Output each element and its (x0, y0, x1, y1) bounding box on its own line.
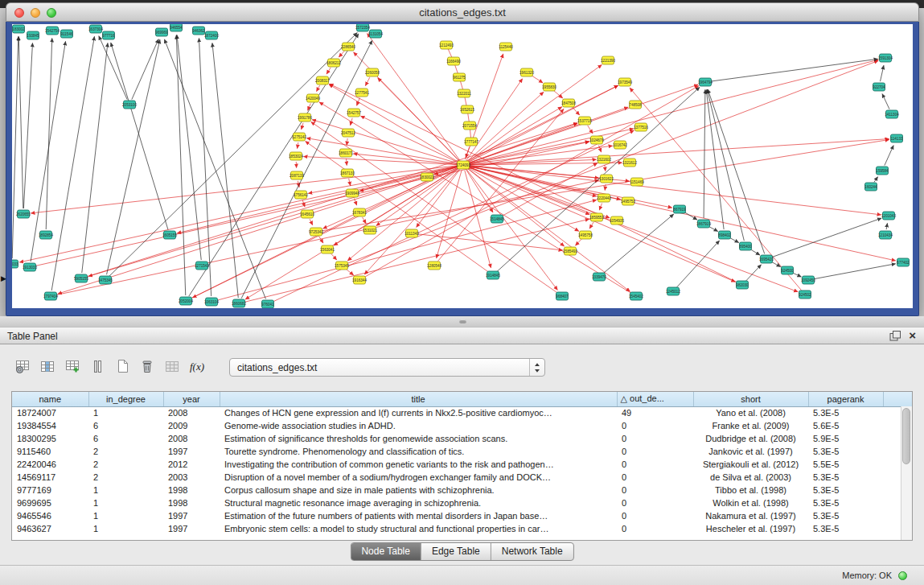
cell[interactable]: 1 (88, 484, 163, 496)
graph-node[interactable]: 1321612 (622, 159, 637, 167)
column-header-in_degree[interactable]: in_degree (88, 392, 163, 406)
cell[interactable]: 1 (88, 496, 163, 509)
graph-edge[interactable] (469, 139, 889, 165)
graph-node[interactable]: 159584 (876, 167, 889, 175)
graph-node[interactable]: 1964794 (698, 78, 713, 86)
graph-edge[interactable] (792, 273, 801, 277)
graph-node[interactable]: 1245012 (666, 287, 680, 295)
cell[interactable]: 1 (88, 509, 163, 522)
cell[interactable]: 6 (88, 419, 163, 432)
graph-edge[interactable] (677, 241, 720, 287)
graph-edge[interactable] (298, 142, 298, 149)
graph-node[interactable]: 913033 (12, 260, 18, 268)
graph-node[interactable]: 1847508 (561, 99, 576, 107)
graph-edge[interactable] (212, 43, 238, 298)
graph-node[interactable]: 1495753 (621, 197, 635, 205)
graph-edge[interactable] (346, 269, 353, 275)
cell[interactable]: 9465546 (12, 509, 88, 522)
graph-node[interactable]: 1652615 (460, 105, 474, 113)
graph-node[interactable]: 982030 (736, 281, 749, 289)
tab-node-table[interactable]: Node Table (351, 543, 421, 560)
graph-edge[interactable] (466, 79, 523, 160)
graph-node[interactable]: 946362 (192, 27, 205, 35)
graph-edge[interactable] (630, 88, 801, 290)
graph-node[interactable]: 1860682 (232, 299, 246, 307)
graph-node[interactable]: 1806212 (326, 59, 341, 67)
graph-node[interactable]: 1024678 (589, 136, 604, 144)
graph-edge[interactable] (882, 94, 889, 109)
graph-edge[interactable] (750, 249, 760, 255)
cell[interactable]: Franke et al. (2009) (693, 419, 808, 432)
graph-node[interactable]: 1545402 (629, 292, 643, 300)
graph-node[interactable]: 1991786 (298, 113, 312, 122)
cell[interactable]: 18300295 (12, 432, 88, 445)
tab-edge-table[interactable]: Edge Table (421, 543, 491, 560)
graph-node[interactable]: 1575345 (335, 262, 349, 270)
graph-node[interactable]: 1151469 (630, 178, 644, 186)
graph-edge[interactable] (12, 36, 18, 258)
cell[interactable]: 0 (617, 419, 693, 432)
graph-node[interactable]: 1542757 (347, 109, 361, 117)
graph-edge[interactable] (331, 253, 337, 260)
graph-node[interactable]: 2220443 (597, 194, 611, 202)
delete-icon[interactable] (138, 356, 157, 376)
graph-node[interactable]: 1063104 (204, 298, 219, 306)
window-titlebar[interactable]: citations_edges.txt (6, 2, 919, 22)
graph-node[interactable]: 1797404 (43, 292, 58, 300)
cell[interactable]: 49 (617, 406, 693, 419)
graph-node[interactable]: 1377516 (634, 123, 648, 131)
network-graph-svg[interactable]: 1724093121249311664909612751322011165261… (12, 24, 913, 308)
graph-edge[interactable] (273, 130, 634, 302)
graph-node[interactable]: 1830022 (420, 173, 434, 181)
graph-edge[interactable] (310, 219, 313, 225)
column-header-short[interactable]: short (693, 392, 808, 406)
cell[interactable]: 9777169 (12, 484, 88, 496)
cell[interactable]: 0 (617, 471, 693, 484)
graph-edge[interactable] (349, 179, 351, 186)
cell[interactable]: 0 (617, 484, 693, 496)
float-panel-icon[interactable] (889, 331, 901, 341)
combo-stepper-icon[interactable] (529, 359, 544, 376)
graph-node[interactable]: 1011343 (405, 229, 419, 237)
tab-network-table[interactable]: Network Table (491, 543, 573, 560)
graph-edge[interactable] (23, 43, 32, 208)
cell[interactable]: 1997 (163, 509, 220, 522)
cell[interactable]: Disruption of a novel member of a sodium… (220, 471, 617, 484)
graph-node[interactable]: 1125440 (499, 43, 513, 51)
table-row[interactable]: 969969511998Structural magnetic resonanc… (12, 496, 912, 509)
graph-node[interactable]: 1201043 (881, 212, 896, 220)
graph-node[interactable]: 1495758 (578, 231, 593, 239)
table-row[interactable]: 1872400712008Changes of HCN gene express… (12, 406, 912, 419)
graph-edge[interactable] (132, 39, 158, 100)
graph-node[interactable]: 1860171 (339, 149, 353, 157)
cell[interactable]: 1997 (163, 445, 220, 458)
graph-edge[interactable] (99, 36, 127, 100)
select-columns-icon[interactable] (38, 356, 57, 376)
graph-node[interactable]: 1271543 (195, 262, 209, 270)
table-row[interactable]: 2242004622012Investigating the contribut… (12, 458, 912, 471)
split-pane-divider[interactable] (0, 316, 924, 327)
cell[interactable]: 5.3E-5 (808, 445, 883, 458)
cell[interactable]: Structural magnetic resonance image aver… (220, 496, 617, 509)
graph-node[interactable]: 1322011 (457, 89, 471, 97)
add-column-icon[interactable] (63, 356, 82, 376)
graph-node[interactable]: 748508 (629, 101, 642, 109)
graph-edge[interactable] (339, 51, 344, 57)
graph-edge[interactable] (88, 167, 458, 276)
graph-edge[interactable] (82, 43, 108, 273)
graph-node[interactable]: 1591304 (878, 54, 893, 62)
table-row[interactable]: 946362711997Embryonic stem cells: a mode… (12, 522, 912, 535)
graph-node[interactable]: 1563041 (320, 245, 335, 253)
graph-node[interactable]: 1585493 (563, 247, 577, 255)
divider-grip[interactable] (459, 319, 466, 323)
graph-node[interactable]: 114133 (891, 134, 903, 142)
graph-node[interactable]: 2053100 (122, 101, 137, 109)
graph-edge[interactable] (378, 78, 459, 161)
graph-edge[interactable] (319, 237, 323, 243)
table-row[interactable]: 946554611997Estimation of the future num… (12, 509, 912, 522)
cell[interactable]: 2 (88, 458, 163, 471)
graph-edge[interactable] (746, 265, 762, 281)
graph-edge[interactable] (322, 140, 889, 231)
table-scrollbar-thumb[interactable] (902, 408, 910, 464)
cell[interactable]: 0 (617, 458, 693, 471)
